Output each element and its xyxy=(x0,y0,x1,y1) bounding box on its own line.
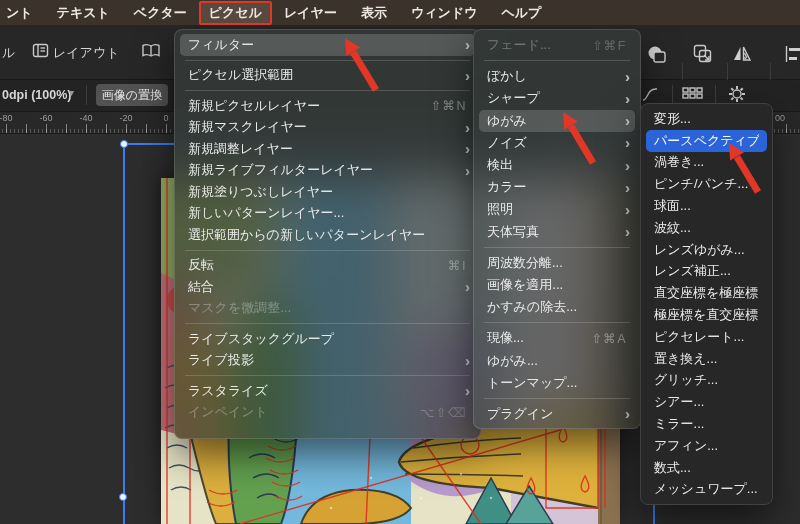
menu-item-distort-5[interactable]: 波紋... xyxy=(641,217,772,239)
menu-item-filter-8[interactable]: 照明› xyxy=(474,198,640,220)
menu-item-filter-11[interactable]: 周波数分離... xyxy=(474,252,640,274)
menu-item-label: カラー xyxy=(487,178,617,196)
curve-icon[interactable] xyxy=(641,86,659,102)
menu-item-label: フィルター xyxy=(188,36,457,54)
menu-item-distort-3[interactable]: ピンチ/パンチ... xyxy=(641,173,772,195)
gear-icon[interactable] xyxy=(728,85,746,103)
menu-item-label: ピクセル選択範囲 xyxy=(188,66,457,84)
menu-item-label: 新規塗りつぶしレイヤー xyxy=(188,183,467,201)
ruler-label: 00 xyxy=(775,113,785,123)
menu-item-label: 天体写真 xyxy=(487,223,617,241)
menu-item-distort-4[interactable]: 球面... xyxy=(641,195,772,217)
menu-item-label: 新規ピクセルレイヤー xyxy=(188,97,422,115)
menu-item-label: 新しいパターンレイヤー... xyxy=(188,204,467,222)
selection-handle-top-left[interactable] xyxy=(120,140,128,148)
menu-separator xyxy=(185,323,470,324)
menu-item-pixel-9[interactable]: 新しいパターンレイヤー... xyxy=(175,203,480,225)
persona-layout-label[interactable]: レイアウト xyxy=(53,44,120,62)
menu-item-pixel-19[interactable]: ラスタライズ› xyxy=(175,380,480,402)
menu-item-distort-6[interactable]: レンズゆがみ... xyxy=(641,239,772,261)
menu-item-pixel-5[interactable]: 新規マスクレイヤー› xyxy=(175,117,480,139)
menu-item-pixel-13[interactable]: 結合› xyxy=(175,276,480,298)
menu-item-label: 周波数分離... xyxy=(487,254,627,272)
menu-item-distort-9[interactable]: 極座標を直交座標に xyxy=(641,304,772,326)
menu-item-filter-7[interactable]: カラー› xyxy=(474,176,640,198)
menu-item-filter-17[interactable]: トーンマップ... xyxy=(474,372,640,394)
menu-item-pixel-12[interactable]: 反転⌘I xyxy=(175,255,480,277)
menu-item-pixel-0[interactable]: フィルター› xyxy=(180,34,475,56)
menu-item-filter-19[interactable]: プラグイン› xyxy=(474,403,640,425)
menu-item-filter-13[interactable]: かすみの除去... xyxy=(474,296,640,318)
grid-icon[interactable] xyxy=(682,87,704,99)
layout-icon[interactable] xyxy=(32,43,49,58)
menubar-item-window[interactable]: ウィンドウ xyxy=(399,0,490,27)
pixel-menu-panel: フィルター›ピクセル選択範囲›新規ピクセルレイヤー⇧⌘N新規マスクレイヤー›新規… xyxy=(174,29,481,439)
submenu-arrow-icon: › xyxy=(465,120,470,135)
menu-separator xyxy=(484,247,630,248)
submenu-arrow-icon: › xyxy=(465,163,470,178)
menu-item-filter-4[interactable]: ゆがみ› xyxy=(479,110,635,132)
menu-item-filter-9[interactable]: 天体写真› xyxy=(474,221,640,243)
book-icon[interactable] xyxy=(142,43,160,58)
menu-item-distort-10[interactable]: ピクセレート... xyxy=(641,326,772,348)
menu-item-distort-13[interactable]: シアー... xyxy=(641,391,772,413)
menu-item-filter-3[interactable]: シャープ› xyxy=(474,87,640,109)
menu-item-distort-7[interactable]: レンズ補正... xyxy=(641,261,772,283)
menu-separator xyxy=(185,375,470,376)
menu-item-pixel-7[interactable]: 新規ライブフィルターレイヤー› xyxy=(175,160,480,182)
menu-item-pixel-4[interactable]: 新規ピクセルレイヤー⇧⌘N xyxy=(175,95,480,117)
menu-item-filter-15[interactable]: 現像...⇧⌘A xyxy=(474,327,640,349)
replace-image-button[interactable]: 画像の置換 xyxy=(96,84,168,106)
menubar-item-help[interactable]: ヘルプ xyxy=(489,0,553,27)
menu-item-pixel-2[interactable]: ピクセル選択範囲› xyxy=(175,65,480,87)
submenu-arrow-icon: › xyxy=(625,113,630,128)
menu-separator xyxy=(484,60,630,61)
menu-item-label: ピンチ/パンチ... xyxy=(654,175,759,193)
menu-item-shortcut: ⇧⌘A xyxy=(591,331,627,346)
menu-item-distort-16[interactable]: 数式... xyxy=(641,457,772,479)
menu-item-pixel-16[interactable]: ライブスタックグループ xyxy=(175,328,480,350)
menu-item-filter-0: フェード...⇧⌘F xyxy=(474,34,640,56)
menu-item-filter-16[interactable]: ゆがみ... xyxy=(474,349,640,371)
menu-item-distort-17[interactable]: メッシュワープ... xyxy=(641,479,772,501)
menubar-item-pixel[interactable]: ピクセル xyxy=(199,1,272,25)
menu-item-distort-8[interactable]: 直交座標を極座標に xyxy=(641,282,772,304)
menu-item-distort-1[interactable]: パースペクティブ... xyxy=(646,130,767,152)
menubar-item-partial[interactable]: ント xyxy=(0,0,45,27)
menu-item-distort-0[interactable]: 変形... xyxy=(641,108,772,130)
menubar-item-text[interactable]: テキスト xyxy=(45,0,122,27)
submenu-arrow-icon: › xyxy=(625,69,630,84)
menu-item-label: ラスタライズ xyxy=(188,382,457,400)
align-icon[interactable] xyxy=(785,45,800,63)
menubar-item-layer[interactable]: レイヤー xyxy=(272,0,349,27)
flip-horizontal-icon[interactable] xyxy=(732,45,752,63)
menu-item-filter-6[interactable]: 検出› xyxy=(474,154,640,176)
menubar-item-vector[interactable]: ベクター xyxy=(122,0,199,27)
menu-item-pixel-6[interactable]: 新規調整レイヤー› xyxy=(175,138,480,160)
chevron-down-icon[interactable]: ▾ xyxy=(69,87,74,98)
menu-item-pixel-17[interactable]: ライブ投影› xyxy=(175,350,480,372)
duplicate-icon[interactable] xyxy=(693,44,714,65)
menu-item-label: プラグイン xyxy=(487,405,617,423)
selection-handle-left-mid[interactable] xyxy=(119,493,127,501)
menu-item-label: 球面... xyxy=(654,197,759,215)
menu-item-label: ライブスタックグループ xyxy=(188,330,467,348)
menu-item-filter-2[interactable]: ぼかし› xyxy=(474,65,640,87)
menu-item-distort-14[interactable]: ミラー... xyxy=(641,413,772,435)
menubar-item-view[interactable]: 表示 xyxy=(349,0,399,27)
menu-item-label: 反転 xyxy=(188,256,440,274)
dpi-zoom-label[interactable]: 0dpi (100%) xyxy=(2,88,71,102)
menu-item-label: グリッチ... xyxy=(654,371,759,389)
menu-item-pixel-10[interactable]: 選択範囲からの新しいパターンレイヤー xyxy=(175,224,480,246)
menu-item-filter-12[interactable]: 画像を適用... xyxy=(474,274,640,296)
menu-item-label: 画像を適用... xyxy=(487,276,627,294)
menu-item-distort-11[interactable]: 置き換え... xyxy=(641,348,772,370)
selection-left-edge[interactable] xyxy=(123,143,125,524)
menu-item-distort-2[interactable]: 渦巻き... xyxy=(641,152,772,174)
menu-item-pixel-8[interactable]: 新規塗りつぶしレイヤー xyxy=(175,181,480,203)
menu-item-label: シャープ xyxy=(487,89,617,107)
menu-item-distort-12[interactable]: グリッチ... xyxy=(641,370,772,392)
menu-item-filter-5[interactable]: ノイズ› xyxy=(474,132,640,154)
boolean-ops-icon[interactable] xyxy=(647,45,667,64)
menu-item-distort-15[interactable]: アフィン... xyxy=(641,435,772,457)
